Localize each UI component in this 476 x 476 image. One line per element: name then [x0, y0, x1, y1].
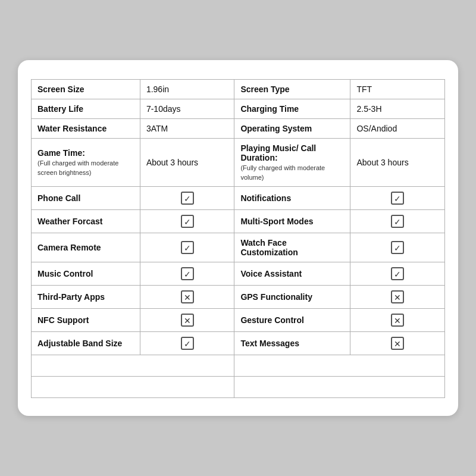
left-label: Music Control	[32, 262, 140, 286]
table-row: Music Control ✓ Voice Assistant ✓	[32, 262, 445, 286]
right-label: Charging Time	[234, 99, 350, 119]
check-icon: ✓	[181, 215, 194, 228]
spacer-row	[32, 355, 445, 377]
right-value: OS/Andiod	[350, 119, 445, 139]
spacer-row	[32, 377, 445, 398]
table-row: Game Time:(Full charged with moderate sc…	[32, 139, 445, 187]
right-label: Gesture Control	[234, 309, 350, 332]
left-label: Weather Forcast	[32, 210, 140, 233]
left-value: About 3 hours	[140, 139, 234, 187]
left-label: Adjustable Band Size	[32, 332, 140, 355]
left-label: Battery Life	[32, 99, 140, 119]
table-row: Third-Party Apps ✕ GPS Functionality ✕	[32, 286, 445, 309]
right-check: ✓	[350, 187, 445, 210]
left-value: 7-10days	[140, 99, 234, 119]
left-check: ✓	[140, 233, 234, 262]
check-icon: ✕	[181, 314, 194, 327]
right-check: ✕	[350, 286, 445, 309]
table-row: Weather Forcast ✓ Multi-Sport Modes ✓	[32, 210, 445, 233]
check-icon: ✓	[181, 337, 194, 350]
left-check: ✓	[140, 210, 234, 233]
check-icon: ✕	[391, 290, 404, 303]
left-label: Phone Call	[32, 187, 140, 210]
table-row: Screen Size 1.96in Screen Type TFT	[32, 80, 445, 99]
left-check: ✓	[140, 332, 234, 355]
left-label: Camera Remote	[32, 233, 140, 262]
right-label: Notifications	[234, 187, 350, 210]
left-check: ✕	[140, 309, 234, 332]
table-row: NFC Support ✕ Gesture Control ✕	[32, 309, 445, 332]
check-icon: ✓	[391, 267, 404, 280]
left-label: Third-Party Apps	[32, 286, 140, 309]
table-row: Battery Life 7-10days Charging Time 2.5-…	[32, 99, 445, 119]
right-label: Playing Music/ Call Duration:(Fully char…	[234, 139, 350, 187]
check-icon: ✓	[181, 192, 194, 205]
left-value: 3ATM	[140, 119, 234, 139]
right-label: GPS Functionality	[234, 286, 350, 309]
right-label: Watch Face Customization	[234, 233, 350, 262]
check-icon: ✓	[181, 241, 194, 254]
check-icon: ✕	[391, 337, 404, 350]
check-icon: ✓	[391, 215, 404, 228]
table-row: Adjustable Band Size ✓ Text Messages ✕	[32, 332, 445, 355]
table-row: Phone Call ✓ Notifications ✓	[32, 187, 445, 210]
check-icon: ✓	[181, 267, 194, 280]
table-row: Water Resistance 3ATM Operating System O…	[32, 119, 445, 139]
left-label: Game Time:(Full charged with moderate sc…	[32, 139, 140, 187]
right-label: Screen Type	[234, 80, 350, 99]
right-check: ✕	[350, 309, 445, 332]
right-check: ✕	[350, 332, 445, 355]
check-icon: ✕	[391, 314, 404, 327]
left-label: Water Resistance	[32, 119, 140, 139]
right-label: Text Messages	[234, 332, 350, 355]
left-check: ✕	[140, 286, 234, 309]
check-icon: ✕	[181, 290, 194, 303]
right-value: 2.5-3H	[350, 99, 445, 119]
right-check: ✓	[350, 210, 445, 233]
left-check: ✓	[140, 262, 234, 286]
check-icon: ✓	[391, 241, 404, 254]
check-icon: ✓	[391, 192, 404, 205]
right-check: ✓	[350, 262, 445, 286]
table-row: Camera Remote ✓ Watch Face Customization…	[32, 233, 445, 262]
left-label: Screen Size	[32, 80, 140, 99]
right-label: Operating System	[234, 119, 350, 139]
parameters-table: Screen Size 1.96in Screen Type TFT Batte…	[31, 79, 445, 398]
right-check: ✓	[350, 233, 445, 262]
left-value: 1.96in	[140, 80, 234, 99]
right-value: TFT	[350, 80, 445, 99]
left-label: NFC Support	[32, 309, 140, 332]
right-value: About 3 hours	[350, 139, 445, 187]
left-check: ✓	[140, 187, 234, 210]
right-label: Voice Assistant	[234, 262, 350, 286]
parameters-card: Screen Size 1.96in Screen Type TFT Batte…	[18, 60, 458, 416]
right-label: Multi-Sport Modes	[234, 210, 350, 233]
